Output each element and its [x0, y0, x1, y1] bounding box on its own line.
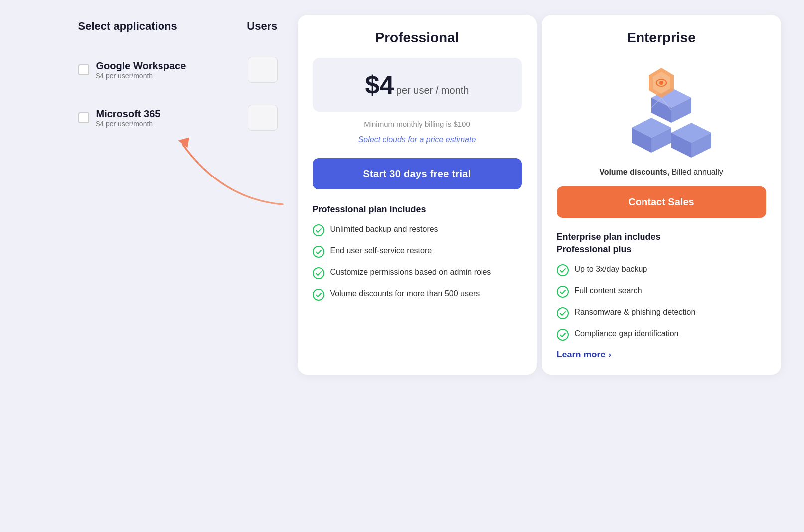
check-icon-4 [313, 289, 324, 301]
professional-panel: Professional $4 per user / month Minimum… [298, 15, 537, 375]
svg-point-3 [313, 268, 324, 279]
svg-point-4 [313, 289, 324, 300]
ent-check-icon-2 [557, 286, 569, 298]
pro-feature-2: End user self-service restore [313, 245, 522, 258]
left-panel: Select applications Users Google Workspa… [63, 15, 293, 375]
svg-point-21 [557, 286, 568, 297]
svg-point-22 [557, 308, 568, 319]
google-workspace-name: Google Workspace [96, 60, 241, 72]
ent-feature-4: Compliance gap identification [557, 328, 766, 341]
check-icon-3 [313, 267, 324, 279]
professional-title: Professional [313, 30, 522, 46]
users-label: Users [247, 20, 277, 33]
ent-check-icon-1 [557, 264, 569, 276]
ent-feature-2: Full content search [557, 285, 766, 298]
ent-feature-3: Ransomware & phishing detection [557, 307, 766, 319]
ent-check-icon-3 [557, 307, 569, 319]
svg-point-2 [313, 246, 324, 257]
pricing-page: Select applications Users Google Workspa… [63, 10, 741, 380]
pro-feature-3: Customize permissions based on admin rol… [313, 267, 522, 279]
ent-feature-text-4: Compliance gap identification [575, 328, 679, 339]
select-clouds-text: Select clouds for a price estimate [313, 135, 522, 144]
enterprise-billing-bold: Volume discounts, [599, 168, 669, 176]
enterprise-plan-includes-sub: Professional plus [557, 244, 766, 255]
google-workspace-checkbox[interactable] [78, 64, 89, 75]
learn-more-label: Learn more [557, 350, 606, 360]
microsoft365-checkbox[interactable] [78, 112, 89, 123]
billing-note: Minimum monthly billing is $100 [313, 120, 522, 128]
microsoft365-name: Microsoft 365 [96, 108, 241, 120]
svg-point-20 [557, 265, 568, 276]
enterprise-plan-includes-title: Enterprise plan includes [557, 232, 766, 242]
microsoft365-price: $4 per user/month [96, 120, 241, 128]
google-workspace-info: Google Workspace $4 per user/month [96, 60, 241, 80]
ent-check-icon-4 [557, 329, 569, 341]
pro-feature-text-2: End user self-service restore [330, 245, 432, 256]
left-header: Select applications Users [73, 20, 283, 33]
price-box: $4 per user / month [313, 58, 522, 112]
google-workspace-users-input[interactable] [248, 57, 278, 83]
enterprise-svg [607, 58, 716, 158]
pro-feature-1: Unlimited backup and restores [313, 224, 522, 236]
microsoft365-info: Microsoft 365 $4 per user/month [96, 108, 241, 128]
enterprise-title: Enterprise [557, 30, 766, 46]
microsoft365-item: Microsoft 365 $4 per user/month [73, 96, 283, 140]
contact-sales-button[interactable]: Contact Sales [557, 186, 766, 218]
trial-button[interactable]: Start 30 days free trial [313, 158, 522, 189]
check-icon-2 [313, 246, 324, 258]
enterprise-panel: Enterprise [542, 15, 781, 375]
svg-point-1 [313, 225, 324, 236]
price-amount: $4 [365, 70, 394, 99]
ent-feature-1: Up to 3x/day backup [557, 264, 766, 276]
pro-feature-4: Volume discounts for more than 500 users [313, 288, 522, 301]
pro-feature-text-1: Unlimited backup and restores [330, 224, 438, 235]
professional-plan-includes-title: Professional plan includes [313, 204, 522, 215]
svg-point-17 [659, 81, 663, 85]
ent-feature-text-3: Ransomware & phishing detection [575, 307, 696, 318]
ent-feature-text-2: Full content search [575, 285, 642, 296]
enterprise-illustration [557, 58, 766, 158]
pro-feature-text-4: Volume discounts for more than 500 users [330, 288, 480, 299]
ent-feature-text-1: Up to 3x/day backup [575, 264, 647, 275]
check-icon-1 [313, 224, 324, 236]
svg-point-23 [557, 329, 568, 340]
pro-feature-text-3: Customize permissions based on admin rol… [330, 267, 491, 278]
enterprise-billing-rest: Billed annually [672, 168, 723, 176]
enterprise-billing-text: Volume discounts, Billed annually [557, 168, 766, 177]
google-workspace-price: $4 per user/month [96, 72, 241, 80]
microsoft365-users-input[interactable] [248, 105, 278, 131]
price-per: per user / month [396, 85, 469, 96]
google-workspace-item: Google Workspace $4 per user/month [73, 48, 283, 92]
select-applications-label: Select applications [78, 20, 177, 33]
learn-more-chevron: › [609, 350, 612, 360]
learn-more-link[interactable]: Learn more › [557, 350, 766, 360]
